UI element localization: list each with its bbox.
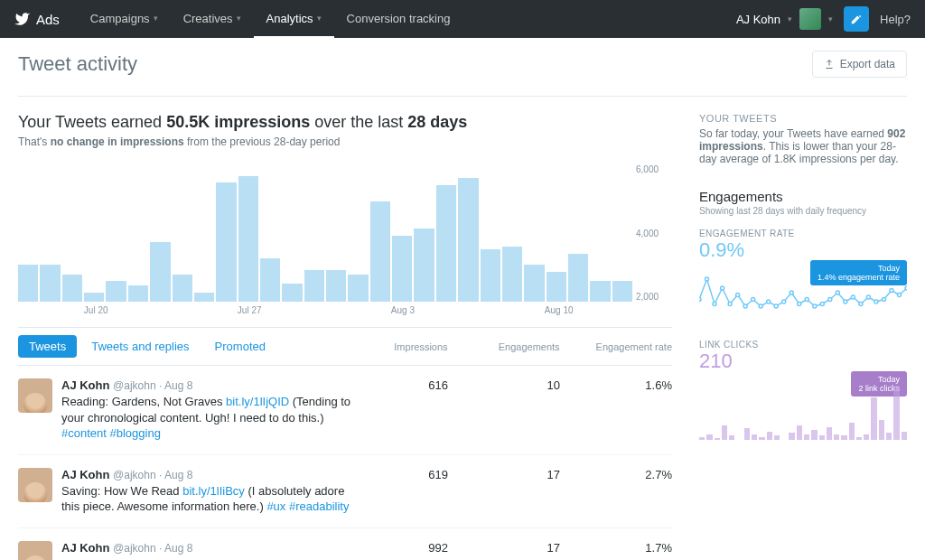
impressions-chart: 6,0004,0002,000 Jul 20Jul 27Aug 3Aug 10 (18, 164, 672, 318)
tweet-text: Saving: How We Read bit.ly/1lIiBcy (I ab… (61, 483, 354, 515)
tweet-text: Reading: Gardens, Not Graves bit.ly/1lIj… (61, 394, 354, 442)
rate-today-tooltip: Today 1.4% engagement rate (810, 260, 907, 285)
tweet-avatar (18, 378, 52, 413)
svg-point-11 (782, 300, 786, 303)
tab-tweets[interactable]: Tweets (18, 335, 77, 358)
tweet-row[interactable]: AJ Kohn @ajkohn · Aug 8Saving: How We Re… (18, 455, 672, 528)
engagement-rate-value: 0.9% (699, 238, 907, 262)
link-clicks-sparkbars: Today 2 link clicks (699, 377, 907, 440)
tweet-tabs: TweetsTweets and repliesPromoted Impress… (18, 327, 672, 366)
svg-point-2 (713, 303, 716, 306)
svg-point-24 (882, 298, 885, 302)
svg-point-6 (743, 304, 747, 308)
chevron-down-icon: ▾ (828, 14, 833, 23)
tweet-row[interactable]: AJ Kohn @ajkohn · Aug 8Reading: Gardens,… (18, 366, 672, 455)
compose-button[interactable] (844, 6, 869, 32)
svg-point-7 (752, 298, 755, 302)
summary-sub: That's no change in impressions from the… (18, 135, 672, 148)
chart-bar (524, 265, 544, 302)
svg-point-21 (859, 303, 863, 306)
tweet-handle: @ajkohn · Aug 8 (113, 542, 192, 555)
svg-point-5 (736, 294, 740, 297)
tweet-author: AJ Kohn (61, 541, 109, 555)
summary-headline: Your Tweets earned 50.5K impressions ove… (18, 113, 672, 132)
nav-campaigns[interactable]: Campaigns ▾ (78, 1, 171, 38)
page-title: Tweet activity (18, 52, 137, 76)
page-header: Tweet activity Export data (18, 38, 907, 97)
svg-point-17 (828, 298, 832, 302)
svg-point-14 (805, 298, 808, 302)
avatar (799, 8, 821, 30)
chart-bar (216, 182, 236, 302)
svg-point-26 (897, 294, 901, 297)
help-link[interactable]: Help? (880, 13, 911, 26)
tweet-handle: @ajkohn · Aug 8 (113, 379, 192, 392)
chart-bar (547, 272, 566, 302)
chart-bar (568, 254, 588, 302)
brand-text: Ads (36, 12, 60, 27)
svg-point-8 (759, 304, 762, 308)
twitter-icon (14, 11, 31, 27)
tweet-avatar (18, 541, 52, 560)
svg-point-18 (836, 291, 839, 294)
chart-bar (150, 242, 170, 302)
svg-point-1 (705, 277, 709, 281)
tweet-stats: 992171.7% (372, 541, 672, 560)
chart-bar (612, 281, 632, 302)
tweet-author: AJ Kohn (61, 468, 109, 481)
svg-point-19 (844, 300, 847, 303)
svg-point-0 (699, 298, 701, 302)
chart-bar (84, 293, 104, 302)
nav-conversion-tracking[interactable]: Conversion tracking (334, 1, 463, 38)
svg-point-25 (890, 289, 893, 293)
svg-point-27 (905, 286, 907, 290)
tweet-text: Reading: Decoding the Google Answer Box … (61, 556, 354, 560)
tweet-row[interactable]: AJ Kohn @ajkohn · Aug 8Reading: Decoding… (18, 528, 672, 560)
top-nav: Ads Campaigns ▾Creatives ▾Analytics ▾Con… (0, 0, 925, 38)
chart-bar (348, 275, 368, 302)
svg-point-9 (767, 300, 771, 303)
svg-point-20 (851, 295, 855, 299)
svg-point-10 (774, 304, 778, 308)
compose-icon (850, 13, 863, 25)
svg-point-16 (820, 303, 824, 306)
chart-bar (370, 201, 390, 302)
tab-tweets-and-replies[interactable]: Tweets and replies (80, 335, 200, 358)
nav-analytics[interactable]: Analytics ▾ (254, 1, 334, 38)
chart-bar (106, 281, 126, 302)
chart-bar (62, 275, 82, 302)
chart-bar (18, 265, 38, 302)
tweet-author: AJ Kohn (61, 378, 109, 392)
export-button[interactable]: Export data (812, 51, 907, 78)
chart-bar (458, 178, 478, 302)
chart-bar (326, 270, 346, 302)
link-clicks-value: 210 (699, 350, 907, 373)
chart-bar (436, 185, 456, 302)
tab-promoted[interactable]: Promoted (204, 335, 276, 358)
brand-logo[interactable]: Ads (14, 11, 60, 27)
chart-bar (40, 265, 60, 302)
svg-point-12 (790, 291, 793, 294)
tweet-handle: @ajkohn · Aug 8 (113, 469, 192, 481)
your-tweets-text: So far today, your Tweets have earned 90… (699, 127, 907, 165)
tweet-stats: 619172.7% (372, 468, 672, 515)
user-menu[interactable]: AJ Kohn ▾ ▾ (736, 8, 833, 30)
svg-point-3 (721, 286, 724, 290)
chart-bar (590, 281, 610, 302)
export-icon (824, 59, 835, 70)
your-tweets-label: YOUR TWEETS (699, 113, 907, 124)
chart-bar (260, 258, 280, 302)
tweet-avatar (18, 468, 52, 502)
engagement-rate-label: ENGAGEMENT RATE (699, 229, 907, 238)
svg-point-23 (874, 300, 878, 303)
nav-creatives[interactable]: Creatives ▾ (171, 1, 254, 38)
chart-bar (502, 247, 522, 302)
svg-point-13 (798, 303, 801, 306)
tweet-list: AJ Kohn @ajkohn · Aug 8Reading: Gardens,… (18, 366, 672, 560)
chart-bar (194, 293, 214, 302)
tweet-stats: 616101.6% (372, 378, 672, 442)
engagements-heading: Engagements (699, 189, 907, 204)
chevron-down-icon: ▾ (788, 14, 792, 23)
chart-bar (282, 284, 302, 302)
svg-point-22 (866, 295, 870, 299)
